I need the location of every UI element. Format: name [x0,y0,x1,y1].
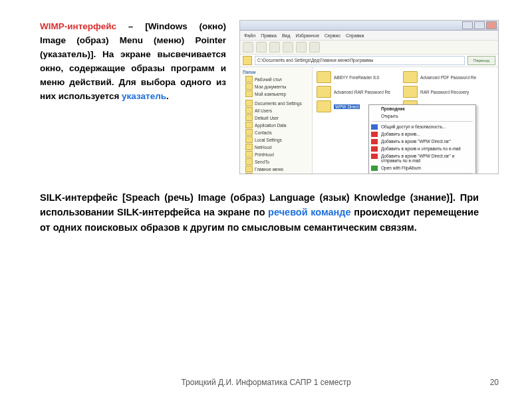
go-button[interactable]: Переход [467,56,495,65]
file-item-label: Advanced RAR Password Re [334,90,390,94]
views-icon[interactable] [309,42,320,53]
tree-item-label: Local Settings [255,138,282,142]
folder-tree[interactable]: ПапкиРабочий столМои документыМой компью… [240,67,313,174]
explorer-body: ПапкиРабочий столМои документыМой компью… [240,67,498,174]
tree-item-label: PrintHood [255,152,274,157]
maximize-button[interactable] [474,21,485,29]
folder-icon [245,100,253,106]
menubar: ФайлПравкаВидИзбранноеСервисСправка [240,31,498,41]
folder-icon [245,158,253,165]
window-titlebar [240,21,498,31]
tree-item-label: Default User [255,116,279,120]
menu-separator [372,121,473,122]
file-item-label: RAR Password Recovery [420,90,469,94]
folder-icon [245,83,253,90]
context-menu-item[interactable]: Проводник [369,105,475,112]
menu-item[interactable]: Сервис [325,33,340,38]
context-menu-label: Open with FlipAlbum [381,166,421,170]
folder-icon [403,71,418,83]
tree-item[interactable]: Contacts [245,129,309,136]
context-menu-label: Общий доступ и безопасность... [381,124,446,129]
context-menu-item[interactable]: Добавить в архив... [369,130,475,138]
wimp-body-1: – [Windows (окно) Image (образ) Menu (ме… [40,21,226,101]
folder-icon [245,144,253,150]
wimp-pointer-word: указатель [122,91,166,101]
top-row: WIMP-интерфейс – [Windows (окно) Image (… [40,20,499,174]
search-icon[interactable] [283,42,293,53]
minimize-button[interactable] [462,21,473,29]
context-menu-item[interactable]: Общий доступ и безопасность... [369,123,475,130]
context-menu-item[interactable]: Open with FlipAlbum [369,164,475,172]
folder-icon [245,136,253,143]
tree-item[interactable]: Главное меню [245,166,309,172]
folder-icon [317,86,331,98]
tree-item-label: Мои документы [255,84,286,89]
context-menu-item[interactable]: Добавить в архив "WPW Direct.rar" и отпр… [369,152,475,164]
tree-item-label: Contacts [255,130,272,135]
tree-item[interactable]: All Users [245,107,309,114]
context-menu-label: Добавить в архив и отправить по e-mail [381,146,461,151]
silk-command-phrase: речевой команде [268,207,350,217]
folder-icon [317,71,331,83]
address-path[interactable]: C:\Documents and Settings\Дед\Главное ме… [255,56,465,65]
context-menu-label: Добавить в архив "WPW Direct.rar" [381,139,451,144]
context-menu-item[interactable]: Добавить в архив "WPW Direct.rar" [369,138,475,145]
tree-item[interactable]: Рабочий стол [245,76,309,82]
tree-item[interactable]: SendTo [245,158,309,165]
tree-item-label: NetHood [255,145,272,150]
folder-icon [245,114,253,121]
file-item-label: Advanced PDF Password Re [420,75,476,80]
close-button[interactable] [486,21,497,29]
tree-item[interactable]: WINDOWS [245,173,309,174]
toolbar [240,41,498,55]
back-icon[interactable] [243,42,253,53]
file-item[interactable]: ABBYY FineReader 8.0 [317,71,396,83]
silk-paragraph: SILK-интерфейс [Speach (речь) Image (обр… [40,190,479,235]
blue-icon [371,124,378,130]
tree-item[interactable]: Default User [245,114,309,121]
file-item[interactable]: RAR Password Recovery [403,86,483,98]
folder-icon [245,76,253,82]
tree-item[interactable]: Мои документы [245,83,309,90]
file-pane[interactable]: ABBYY FineReader 8.0Advanced PDF Passwor… [313,67,498,174]
folder-icon [245,173,253,174]
tree-item-label: SendTo [255,160,269,164]
red-icon [371,154,378,159]
file-item[interactable]: Advanced PDF Password Re [403,71,483,83]
context-menu[interactable]: ПроводникОткрытьОбщий доступ и безопасно… [368,104,476,174]
menu-item[interactable]: Вид [282,33,291,38]
folder-icon [245,122,253,128]
footer-text: Троицкий Д.И. Информатика САПР 1 семестр [0,378,532,387]
forward-icon[interactable] [256,42,267,53]
folder-icon [245,166,253,172]
tree-item-label: Application Data [255,123,286,128]
folder-icon [403,86,418,98]
address-bar: C:\Documents and Settings\Дед\Главное ме… [240,55,498,67]
tree-item-label: Рабочий стол [255,77,282,82]
tree-item[interactable]: PrintHood [245,151,309,158]
menu-item[interactable]: Избранное [296,33,319,38]
wimp-title: WIMP-интерфейс [40,21,116,31]
menu-separator [372,173,473,174]
folder-icon [245,129,253,136]
context-menu-label: Добавить в архив "WPW Direct.rar" и отпр… [381,154,454,163]
tree-item[interactable]: Local Settings [245,136,309,143]
folder-icon [245,151,253,158]
context-menu-item[interactable]: Открыть [369,112,475,120]
tree-item[interactable]: Мой компьютер [245,90,309,97]
wimp-body-2: . [166,91,169,101]
menu-item[interactable]: Справка [346,33,364,38]
menu-item[interactable]: Правка [261,33,277,38]
tree-item-label: WINDOWS [255,174,277,175]
up-icon[interactable] [269,42,280,53]
tree-item[interactable]: NetHood [245,144,309,150]
green-icon [371,166,378,171]
slide: WIMP-интерфейс – [Windows (окно) Image (… [0,0,532,399]
folders-icon[interactable] [296,42,307,53]
tree-item[interactable]: Documents and Settings [245,100,309,106]
menu-item[interactable]: Файл [244,33,255,38]
context-menu-item[interactable]: Добавить в архив и отправить по e-mail [369,145,475,152]
file-item[interactable]: Advanced RAR Password Re [317,86,396,98]
file-item-label: ABBYY FineReader 8.0 [334,75,379,80]
tree-item[interactable]: Application Data [245,122,309,128]
